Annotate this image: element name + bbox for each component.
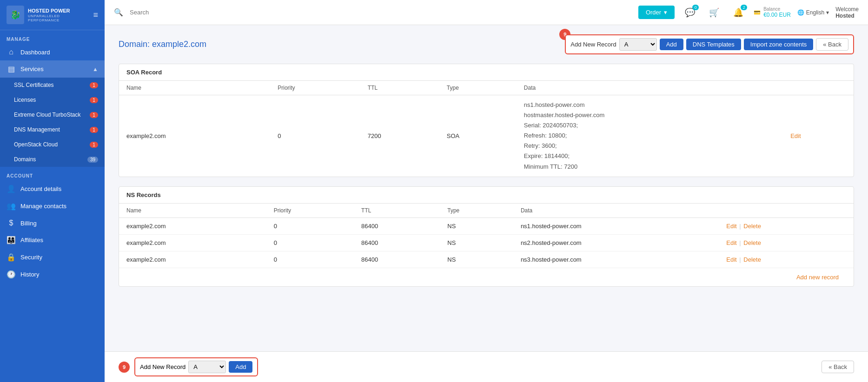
domains-badge: 39 — [87, 157, 98, 163]
sidebar-item-domains[interactable]: Domains 39 — [0, 152, 105, 167]
sidebar-item-affiliates[interactable]: 👨‍👩‍👧 Affiliates — [0, 231, 105, 249]
balance-section: 💳 Balance €0.00 EUR — [754, 7, 791, 18]
logo-icon: 🐉 — [7, 6, 24, 24]
soa-section: SOA Record Name Priority TTL Type Data e… — [119, 64, 854, 177]
bottom-bar-badge: 9 — [119, 362, 130, 373]
add-record-top-label: Add New Record — [570, 41, 616, 48]
cart-button[interactable]: 🛒 — [705, 5, 723, 20]
ns-col-name: Name — [119, 204, 266, 218]
sidebar-item-security[interactable]: 🔒 Security — [0, 249, 105, 266]
sidebar-item-ssl[interactable]: SSL Certificates 1 — [0, 78, 105, 92]
dns-badge: 1 — [90, 127, 98, 133]
pipe3: | — [739, 256, 741, 263]
domain-title: Domain: example2.com — [119, 40, 206, 49]
pipe1: | — [739, 223, 741, 230]
add-new-row: Add new record — [119, 268, 854, 286]
history-label: History — [20, 271, 98, 278]
ns2-delete-link[interactable]: Delete — [743, 239, 761, 246]
ns1-ttl: 86400 — [354, 217, 440, 234]
soa-col-priority: Priority — [270, 81, 360, 95]
notifications-button[interactable]: 🔔 2 — [729, 5, 747, 20]
ns3-data: ns3.hosted-power.com — [513, 251, 719, 268]
hamburger-icon[interactable]: ≡ — [93, 10, 98, 20]
sidebar-item-manage-contacts[interactable]: 👥 Manage contacts — [0, 198, 105, 215]
messages-badge: 0 — [692, 5, 699, 10]
openstack-badge: 1 — [90, 142, 98, 148]
main-content: Domain: example2.com 9 Add New Record A … — [105, 25, 868, 351]
lang-chevron-icon: ▾ — [826, 9, 829, 16]
soa-type: SOA — [439, 95, 517, 177]
domains-label: Domains — [14, 156, 83, 163]
ns1-actions: Edit | Delete — [719, 217, 854, 234]
security-icon: 🔒 — [7, 253, 16, 262]
history-icon: 🕐 — [7, 270, 16, 279]
sidebar-logo: 🐉 HOSTED POWER UNPARALLELED PERFORMANCE … — [0, 0, 105, 30]
globe-icon: 🌐 — [797, 9, 804, 16]
ns1-delete-link[interactable]: Delete — [743, 223, 761, 230]
dns-label: DNS Management — [14, 126, 85, 133]
balance-amount: €0.00 EUR — [763, 12, 791, 18]
services-icon: ▤ — [7, 65, 16, 73]
licenses-badge: 1 — [90, 97, 98, 103]
security-label: Security — [20, 254, 98, 261]
add-button-top[interactable]: Add — [660, 39, 683, 50]
sidebar-item-dashboard[interactable]: ⌂ Dashboard — [0, 44, 105, 60]
ns2-edit-link[interactable]: Edit — [726, 239, 736, 246]
topbar: 🔍 Order ▾ 💬 0 🛒 🔔 2 💳 Balance €0.00 EUR … — [105, 0, 868, 25]
ns-col-ttl: TTL — [354, 204, 440, 218]
billing-icon: $ — [7, 219, 16, 227]
search-input[interactable] — [130, 9, 223, 16]
sidebar-item-extreme-cloud[interactable]: Extreme Cloud TurboStack 1 — [0, 107, 105, 122]
notifications-badge: 2 — [741, 5, 747, 10]
table-row: example2.com 0 86400 NS ns3.hosted-power… — [119, 251, 854, 268]
sidebar-item-billing[interactable]: $ Billing — [0, 215, 105, 231]
ns-table: Name Priority TTL Type Data example2.com… — [119, 204, 854, 286]
sidebar-item-history[interactable]: 🕐 History — [0, 266, 105, 283]
extreme-cloud-label: Extreme Cloud TurboStack — [14, 112, 85, 118]
sidebar-item-licenses[interactable]: Licenses 1 — [0, 92, 105, 107]
welcome-name: Hosted — [835, 13, 855, 19]
main-area: 🔍 Order ▾ 💬 0 🛒 🔔 2 💳 Balance €0.00 EUR … — [105, 0, 868, 382]
add-button-bottom[interactable]: Add — [229, 361, 252, 373]
billing-label: Billing — [20, 220, 98, 227]
ns1-priority: 0 — [266, 217, 354, 234]
soa-edit-link[interactable]: Edit — [790, 132, 801, 139]
ns-section-header: NS Records — [119, 187, 854, 204]
record-type-select-bottom[interactable]: A AAAA CNAME MX TXT NS — [188, 361, 226, 373]
dns-templates-button[interactable]: DNS Templates — [686, 39, 741, 50]
messages-button[interactable]: 💬 0 — [681, 5, 699, 20]
logo-text: HOSTED POWER — [28, 7, 89, 14]
soa-table: Name Priority TTL Type Data example2.com… — [119, 81, 854, 177]
sidebar-item-services[interactable]: ▤ Services ▲ — [0, 60, 105, 78]
import-button[interactable]: Import zone contents — [744, 39, 813, 50]
back-button-top[interactable]: « Back — [816, 38, 848, 51]
add-new-record-link[interactable]: Add new record — [789, 271, 846, 283]
ns2-actions: Edit | Delete — [719, 234, 854, 251]
language-selector[interactable]: 🌐 English ▾ — [797, 9, 829, 16]
services-chevron-icon: ▲ — [93, 66, 98, 72]
ns3-type: NS — [440, 251, 513, 268]
account-icon: 👤 — [7, 184, 16, 193]
ns3-delete-link[interactable]: Delete — [743, 256, 761, 263]
ns-col-priority: Priority — [266, 204, 354, 218]
pipe2: | — [739, 239, 741, 246]
ns-col-data: Data — [513, 204, 719, 218]
soa-priority: 0 — [270, 95, 360, 177]
ns1-type: NS — [440, 217, 513, 234]
back-button-bottom[interactable]: « Back — [822, 361, 854, 373]
sidebar: 🐉 HOSTED POWER UNPARALLELED PERFORMANCE … — [0, 0, 105, 382]
sidebar-item-dns[interactable]: DNS Management 1 — [0, 122, 105, 137]
sidebar-item-account-details[interactable]: 👤 Account details — [0, 180, 105, 198]
ns3-edit-link[interactable]: Edit — [726, 256, 736, 263]
ssl-label: SSL Certificates — [14, 82, 85, 88]
services-submenu: SSL Certificates 1 Licenses 1 Extreme Cl… — [0, 78, 105, 167]
sidebar-item-openstack[interactable]: OpenStack Cloud 1 — [0, 137, 105, 152]
soa-col-name: Name — [119, 81, 270, 95]
order-button[interactable]: Order ▾ — [638, 6, 675, 19]
bottom-add-bar: Add New Record A AAAA CNAME MX TXT NS Ad… — [134, 357, 258, 376]
add-record-top-bar: Add New Record A AAAA CNAME MX TXT NS SO… — [565, 34, 854, 54]
record-type-select-top[interactable]: A AAAA CNAME MX TXT NS SOA — [619, 38, 657, 51]
sidebar-item-label-dashboard: Dashboard — [20, 49, 98, 56]
ns1-edit-link[interactable]: Edit — [726, 223, 736, 230]
ns2-name: example2.com — [119, 234, 266, 251]
